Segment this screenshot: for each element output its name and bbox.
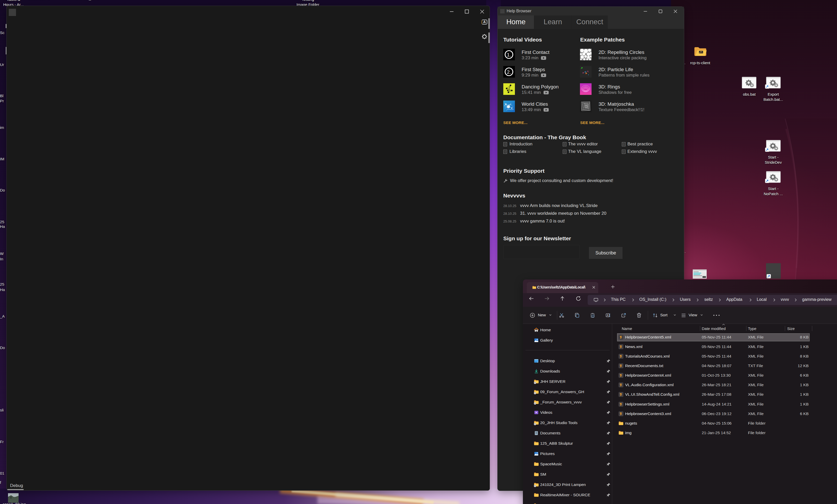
svg-text:2.: 2. (507, 69, 511, 75)
svg-text:A: A (607, 314, 609, 317)
svg-text:1.: 1. (507, 52, 511, 57)
